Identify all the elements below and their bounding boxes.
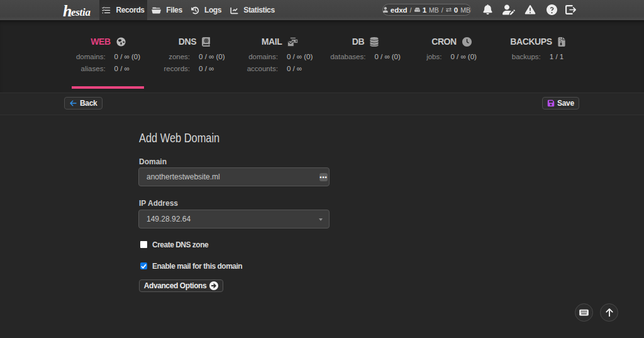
svg-text:estia: estia: [71, 6, 91, 18]
